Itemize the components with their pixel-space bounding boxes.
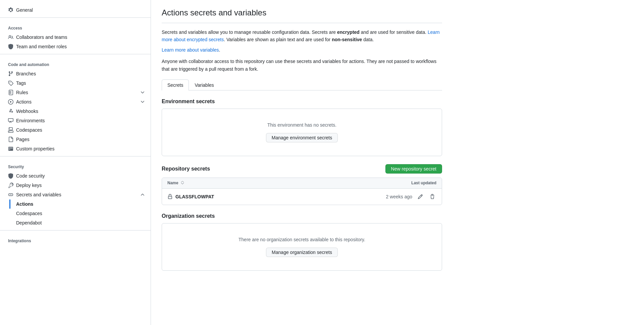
sidebar-item-actions-child-label: Actions — [16, 201, 33, 207]
env-secrets-title: Environment secrets — [162, 99, 442, 105]
sidebar-item-environments[interactable]: Environments — [0, 116, 151, 125]
sidebar-item-actions[interactable]: Actions — [0, 97, 151, 107]
sidebar-item-tags[interactable]: Tags — [0, 78, 151, 88]
tabs-bar: Secrets Variables — [162, 79, 442, 90]
sidebar-item-webhooks[interactable]: Webhooks — [0, 107, 151, 116]
sidebar-item-deploy-keys-label: Deploy keys — [16, 183, 42, 188]
repo-secrets-header: Repository secrets New repository secret — [162, 164, 442, 174]
sidebar-item-codespaces[interactable]: Codespaces — [0, 125, 151, 135]
sidebar-item-pages-label: Pages — [16, 137, 30, 142]
shield-icon — [8, 44, 13, 49]
main-content: Actions secrets and variables Secrets an… — [151, 0, 453, 325]
section-label-access: Access — [0, 20, 151, 32]
sidebar-item-rules-label: Rules — [16, 90, 28, 95]
key-icon — [8, 183, 13, 188]
page-title: Actions secrets and variables — [162, 8, 442, 23]
sidebar-item-tags-label: Tags — [16, 80, 26, 86]
divider-integrations — [0, 230, 151, 231]
chevron-up-icon — [140, 192, 145, 197]
sort-icon — [180, 181, 184, 186]
table-row: GLASSFLOWPAT 2 weeks ago — [162, 189, 442, 205]
properties-icon — [8, 146, 13, 151]
sidebar-item-codespaces-label: Codespaces — [16, 127, 42, 133]
org-secrets-empty-text: There are no organization secrets availa… — [169, 237, 435, 242]
webhook-icon — [8, 109, 13, 114]
sidebar-item-team-roles[interactable]: Team and member roles — [0, 42, 151, 51]
codesecurity-icon — [8, 173, 13, 179]
sidebar-item-custom-properties-label: Custom properties — [16, 146, 54, 151]
desc-text1: Secrets and variables allow you to manag… — [162, 29, 337, 35]
description-line1: Secrets and variables allow you to manag… — [162, 28, 442, 44]
sidebar-item-pages[interactable]: Pages — [0, 135, 151, 144]
sidebar-item-secrets-variables-label: Secrets and variables — [16, 192, 61, 197]
environments-icon — [8, 118, 13, 123]
sidebar-item-collaborators[interactable]: Collaborators and teams — [0, 32, 151, 42]
sidebar-item-code-security[interactable]: Code security — [0, 171, 151, 181]
repo-secrets-table: Name Last updated GLASSFLOWPAT 2 weeks a… — [162, 178, 442, 205]
repo-secrets-title: Repository secrets — [162, 166, 210, 172]
notice-text: Anyone with collaborator access to this … — [162, 58, 442, 73]
sidebar-item-branches[interactable]: Branches — [0, 69, 151, 78]
tag-icon — [8, 80, 13, 86]
delete-secret-button[interactable] — [428, 193, 436, 201]
chevron-down-icon — [140, 90, 145, 95]
secret-last-updated: 2 weeks ago — [386, 194, 412, 199]
sidebar-item-webhooks-label: Webhooks — [16, 109, 38, 114]
manage-env-secrets-button[interactable]: Manage environment secrets — [266, 133, 338, 142]
actions-icon — [8, 99, 13, 105]
sidebar-item-actions-child[interactable]: Actions — [0, 199, 151, 209]
secret-row-left: GLASSFLOWPAT — [167, 194, 214, 199]
sidebar-item-rules[interactable]: Rules — [0, 88, 151, 97]
sidebar-item-general[interactable]: General — [0, 5, 151, 15]
description-line2: Learn more about variables. — [162, 46, 442, 54]
edit-secret-button[interactable] — [416, 193, 424, 201]
sidebar-item-dependabot-child[interactable]: Dependabot — [0, 218, 151, 227]
codespaces-icon — [8, 127, 13, 133]
new-repo-secret-button[interactable]: New repository secret — [385, 164, 442, 174]
manage-org-secrets-button[interactable]: Manage organization secrets — [266, 248, 338, 257]
desc-text2: . Variables are shown as plain text and … — [224, 37, 332, 42]
sidebar-item-custom-properties[interactable]: Custom properties — [0, 144, 151, 153]
sidebar-item-dependabot-child-label: Dependabot — [16, 220, 42, 225]
sidebar-item-codespaces-child-label: Codespaces — [16, 211, 42, 216]
sidebar-item-secrets-variables[interactable]: Secrets and variables — [0, 190, 151, 199]
sidebar-item-actions-label: Actions — [16, 99, 32, 105]
sidebar: General Access Collaborators and teams T… — [0, 0, 151, 325]
rules-icon — [8, 90, 13, 95]
sidebar-item-codespaces-child[interactable]: Codespaces — [0, 209, 151, 218]
divider-security — [0, 156, 151, 156]
tab-secrets[interactable]: Secrets — [162, 79, 189, 90]
sidebar-item-deploy-keys[interactable]: Deploy keys — [0, 181, 151, 190]
desc-bold1: encrypted — [337, 29, 360, 35]
table-header-row: Name Last updated — [162, 178, 442, 189]
branch-icon — [8, 71, 13, 76]
last-updated-column-header: Last updated — [411, 181, 436, 185]
secret-row-right: 2 weeks ago — [386, 193, 436, 201]
desc-period: . — [219, 47, 220, 53]
section-label-security: Security — [0, 159, 151, 171]
name-column-header[interactable]: Name — [167, 181, 184, 186]
sidebar-item-branches-label: Branches — [16, 71, 36, 76]
section-label-code: Code and automation — [0, 57, 151, 69]
sidebar-item-collaborators-label: Collaborators and teams — [16, 35, 67, 40]
tab-variables[interactable]: Variables — [189, 79, 219, 90]
env-secrets-empty-text: This environment has no secrets. — [169, 122, 435, 128]
chevron-down-icon-actions — [140, 99, 145, 105]
desc-cont1: and are used for sensitive data. — [360, 29, 428, 35]
lock-icon — [167, 194, 173, 199]
section-label-integrations: Integrations — [0, 233, 151, 245]
secret-name: GLASSFLOWPAT — [175, 194, 214, 199]
org-secrets-title: Organization secrets — [162, 213, 442, 219]
learn-variables-link[interactable]: Learn more about variables — [162, 47, 219, 53]
sidebar-item-environments-label: Environments — [16, 118, 45, 123]
people-icon — [8, 35, 13, 40]
org-secrets-box: There are no organization secrets availa… — [162, 223, 442, 271]
desc-bold2: non-sensitive — [332, 37, 362, 42]
sidebar-item-code-security-label: Code security — [16, 173, 45, 179]
secret-icon — [8, 192, 13, 197]
gear-icon — [8, 7, 13, 13]
divider-access — [0, 17, 151, 18]
divider-code — [0, 54, 151, 54]
desc-cont2: data. — [362, 37, 374, 42]
sidebar-item-team-roles-label: Team and member roles — [16, 44, 67, 49]
